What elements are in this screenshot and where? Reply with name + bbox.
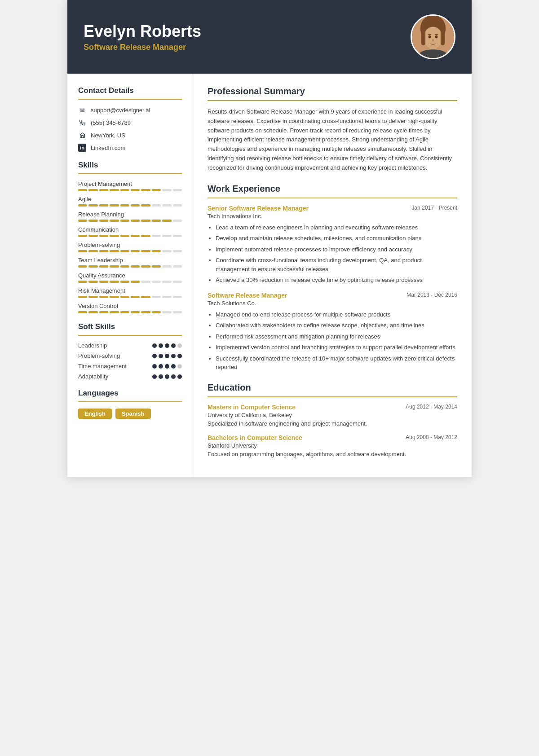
skill-segment bbox=[120, 220, 129, 222]
skill-segment bbox=[131, 281, 140, 283]
contact-section-title: Contact Details bbox=[78, 86, 182, 95]
soft-skill-name: Problem-solving bbox=[78, 352, 120, 359]
contact-phone: (555) 345-6789 bbox=[78, 119, 182, 127]
skill-item: Risk Management bbox=[78, 287, 182, 298]
job-bullets: Lead a team of release engineers in plan… bbox=[208, 223, 457, 285]
skill-item: Version Control bbox=[78, 303, 182, 313]
skill-segment bbox=[99, 250, 108, 252]
header-name: Evelyn Roberts bbox=[84, 22, 201, 41]
job-bullet: Collaborated with stakeholders to define… bbox=[216, 321, 457, 330]
skill-segment bbox=[141, 250, 150, 252]
skill-segment bbox=[99, 189, 108, 191]
skill-segment bbox=[162, 281, 171, 283]
skill-segment bbox=[78, 265, 87, 268]
email-icon: ✉ bbox=[78, 106, 86, 114]
summary-divider bbox=[208, 100, 457, 101]
edu-dates: Aug 2008 - May 2012 bbox=[406, 434, 457, 440]
soft-skills-list: LeadershipProblem-solvingTime management… bbox=[78, 342, 182, 380]
dot bbox=[159, 354, 163, 358]
job-header: Software Release ManagerMar 2013 - Dec 2… bbox=[208, 292, 457, 299]
skill-name: Problem-solving bbox=[78, 242, 182, 248]
edu-header: Bachelors in Computer ScienceAug 2008 - … bbox=[208, 434, 457, 441]
skill-segment bbox=[120, 250, 129, 252]
skill-segment bbox=[120, 204, 129, 207]
edu-description: Specialized in software engineering and … bbox=[208, 420, 457, 427]
edu-school: University of California, Berkeley bbox=[208, 412, 457, 418]
svg-rect-4 bbox=[441, 28, 445, 45]
dot bbox=[177, 354, 182, 358]
skill-segment bbox=[131, 250, 140, 252]
skill-segment bbox=[162, 189, 171, 191]
skill-segment bbox=[78, 311, 87, 313]
job-bullet: Managed end-to-end release process for m… bbox=[216, 310, 457, 319]
edu-degree: Masters in Computer Science bbox=[208, 404, 296, 411]
skill-segment bbox=[110, 220, 119, 222]
skill-segment bbox=[110, 311, 119, 313]
dot bbox=[152, 343, 157, 348]
photo-placeholder bbox=[412, 16, 454, 58]
phone-icon bbox=[78, 119, 86, 127]
skill-segment bbox=[131, 311, 140, 313]
soft-skills-section-title: Soft Skills bbox=[78, 322, 182, 331]
job-bullet: Successfully coordinated the release of … bbox=[216, 354, 457, 372]
skill-segment bbox=[110, 189, 119, 191]
dot bbox=[159, 374, 163, 379]
skill-segment bbox=[152, 265, 161, 268]
contact-list: ✉ support@cvdesigner.ai (555) 345-6789 N… bbox=[78, 106, 182, 152]
skill-segment bbox=[131, 204, 140, 207]
skill-segment bbox=[120, 189, 129, 191]
skill-segment bbox=[99, 296, 108, 298]
dot bbox=[165, 374, 169, 379]
header-left: Evelyn Roberts Software Release Manager bbox=[84, 22, 201, 52]
edu-header: Masters in Computer ScienceAug 2012 - Ma… bbox=[208, 404, 457, 411]
skill-segment bbox=[99, 235, 108, 237]
skill-bar bbox=[78, 296, 182, 298]
dot bbox=[171, 354, 176, 358]
job-bullet: Coordinate with cross-functional teams i… bbox=[216, 256, 457, 273]
job-dates: Jan 2017 - Present bbox=[412, 205, 457, 211]
experience-title: Work Experience bbox=[208, 184, 457, 194]
skill-segment bbox=[78, 204, 87, 207]
main-content: Professional Summary Results-driven Soft… bbox=[193, 74, 472, 477]
skill-segment bbox=[173, 281, 182, 283]
skill-segment bbox=[88, 281, 97, 283]
dot bbox=[165, 364, 169, 369]
skill-segment bbox=[141, 265, 150, 268]
dot bbox=[159, 343, 163, 348]
skill-bar bbox=[78, 235, 182, 237]
svg-point-2 bbox=[424, 26, 442, 48]
dot bbox=[165, 354, 169, 358]
skill-segment bbox=[99, 281, 108, 283]
skill-segment bbox=[120, 235, 129, 237]
edu-dates: Aug 2012 - May 2014 bbox=[406, 404, 457, 410]
dot bbox=[165, 343, 169, 348]
education-divider bbox=[208, 396, 457, 397]
skill-segment bbox=[173, 296, 182, 298]
skill-segment bbox=[99, 311, 108, 313]
skill-segment bbox=[141, 311, 150, 313]
skill-segment bbox=[162, 235, 171, 237]
skill-segment bbox=[162, 311, 171, 313]
skill-segment bbox=[99, 265, 108, 268]
skill-segment bbox=[173, 311, 182, 313]
contact-linkedin: in LinkedIn.com bbox=[78, 144, 182, 152]
contact-phone-text: (555) 345-6789 bbox=[91, 119, 131, 126]
skill-segment bbox=[88, 296, 97, 298]
contact-address-text: NewYork, US bbox=[91, 132, 125, 139]
skills-divider bbox=[78, 173, 182, 174]
skill-name: Quality Assurance bbox=[78, 272, 182, 279]
soft-skill-item: Problem-solving bbox=[78, 352, 182, 359]
svg-rect-3 bbox=[421, 28, 425, 45]
header-title: Software Release Manager bbox=[84, 43, 201, 52]
skills-section-title: Skills bbox=[78, 161, 182, 170]
language-tag: English bbox=[78, 409, 112, 419]
skills-list: Project ManagementAgileRelease PlanningC… bbox=[78, 180, 182, 313]
skill-bar bbox=[78, 281, 182, 283]
summary-text: Results-driven Software Release Manager … bbox=[208, 107, 457, 173]
skill-segment bbox=[99, 220, 108, 222]
skill-segment bbox=[88, 235, 97, 237]
skill-segment bbox=[110, 204, 119, 207]
job-entry: Software Release ManagerMar 2013 - Dec 2… bbox=[208, 292, 457, 372]
skill-bar bbox=[78, 220, 182, 222]
skill-segment bbox=[162, 296, 171, 298]
